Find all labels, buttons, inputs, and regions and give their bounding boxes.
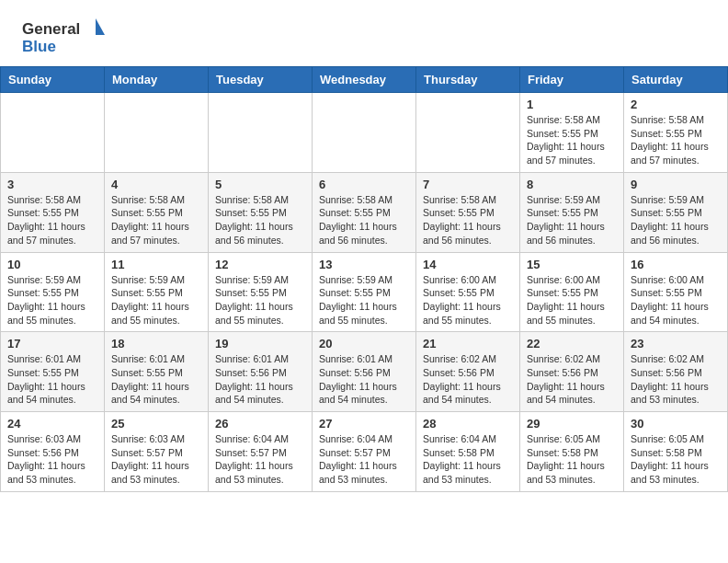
svg-text:General: General — [22, 20, 80, 38]
day-number: 10 — [7, 258, 97, 271]
day-info: Sunrise: 6:01 AMSunset: 5:56 PMDaylight:… — [215, 352, 305, 407]
calendar-week-3: 10Sunrise: 5:59 AMSunset: 5:55 PMDayligh… — [1, 252, 728, 332]
day-number: 26 — [215, 417, 305, 431]
day-number: 18 — [111, 337, 201, 350]
day-header-wednesday: Wednesday — [313, 67, 416, 93]
calendar-cell: 11Sunrise: 5:59 AMSunset: 5:55 PMDayligh… — [105, 252, 209, 332]
day-number: 14 — [423, 258, 513, 271]
day-number: 12 — [215, 258, 305, 271]
logo: General Blue — [22, 17, 105, 57]
day-number: 25 — [111, 417, 201, 431]
calendar-cell: 16Sunrise: 6:00 AMSunset: 5:55 PMDayligh… — [624, 252, 728, 332]
day-header-monday: Monday — [105, 67, 209, 93]
calendar-cell: 12Sunrise: 5:59 AMSunset: 5:55 PMDayligh… — [209, 252, 313, 332]
day-info: Sunrise: 5:59 AMSunset: 5:55 PMDaylight:… — [631, 193, 721, 247]
day-number: 3 — [7, 178, 97, 191]
day-info: Sunrise: 6:00 AMSunset: 5:55 PMDaylight:… — [527, 273, 617, 327]
calendar-cell: 7Sunrise: 5:58 AMSunset: 5:55 PMDaylight… — [416, 172, 520, 252]
day-info: Sunrise: 6:04 AMSunset: 5:57 PMDaylight:… — [319, 432, 409, 487]
calendar-cell: 29Sunrise: 6:05 AMSunset: 5:58 PMDayligh… — [520, 412, 624, 492]
calendar-cell: 10Sunrise: 5:59 AMSunset: 5:55 PMDayligh… — [1, 252, 105, 332]
day-info: Sunrise: 5:58 AMSunset: 5:55 PMDaylight:… — [215, 193, 305, 247]
day-number: 19 — [215, 337, 305, 350]
logo-icon: General Blue — [22, 17, 105, 57]
day-info: Sunrise: 6:03 AMSunset: 5:57 PMDaylight:… — [111, 432, 201, 487]
calendar-table: SundayMondayTuesdayWednesdayThursdayFrid… — [0, 66, 728, 492]
svg-marker-2 — [96, 18, 105, 35]
day-info: Sunrise: 5:59 AMSunset: 5:55 PMDaylight:… — [527, 193, 617, 247]
day-number: 5 — [215, 178, 305, 191]
day-info: Sunrise: 5:59 AMSunset: 5:55 PMDaylight:… — [215, 273, 305, 327]
day-number: 9 — [631, 178, 721, 191]
page-header: General Blue — [0, 0, 728, 66]
day-number: 7 — [423, 178, 513, 191]
calendar-cell: 4Sunrise: 5:58 AMSunset: 5:55 PMDaylight… — [105, 172, 209, 252]
day-header-thursday: Thursday — [416, 67, 520, 93]
day-info: Sunrise: 6:01 AMSunset: 5:55 PMDaylight:… — [111, 352, 201, 407]
day-header-saturday: Saturday — [624, 67, 728, 93]
calendar-week-1: 1Sunrise: 5:58 AMSunset: 5:55 PMDaylight… — [1, 93, 728, 173]
day-number: 27 — [319, 417, 409, 431]
day-info: Sunrise: 6:01 AMSunset: 5:55 PMDaylight:… — [7, 352, 97, 407]
day-number: 29 — [527, 417, 617, 431]
day-info: Sunrise: 6:01 AMSunset: 5:56 PMDaylight:… — [319, 352, 409, 407]
day-number: 23 — [631, 337, 721, 350]
calendar-cell: 5Sunrise: 5:58 AMSunset: 5:55 PMDaylight… — [209, 172, 313, 252]
calendar-cell: 15Sunrise: 6:00 AMSunset: 5:55 PMDayligh… — [520, 252, 624, 332]
calendar-cell — [313, 93, 416, 173]
calendar-cell: 6Sunrise: 5:58 AMSunset: 5:55 PMDaylight… — [313, 172, 416, 252]
calendar-week-2: 3Sunrise: 5:58 AMSunset: 5:55 PMDaylight… — [1, 172, 728, 252]
calendar-cell — [209, 93, 313, 173]
day-info: Sunrise: 6:03 AMSunset: 5:56 PMDaylight:… — [7, 432, 97, 487]
day-info: Sunrise: 5:59 AMSunset: 5:55 PMDaylight:… — [111, 273, 201, 327]
calendar-cell: 13Sunrise: 5:59 AMSunset: 5:55 PMDayligh… — [313, 252, 416, 332]
day-info: Sunrise: 5:59 AMSunset: 5:55 PMDaylight:… — [7, 273, 97, 327]
day-number: 24 — [7, 417, 97, 431]
day-number: 21 — [423, 337, 513, 350]
day-number: 30 — [631, 417, 721, 431]
day-number: 28 — [423, 417, 513, 431]
calendar-cell: 1Sunrise: 5:58 AMSunset: 5:55 PMDaylight… — [520, 93, 624, 173]
calendar-cell: 2Sunrise: 5:58 AMSunset: 5:55 PMDaylight… — [624, 93, 728, 173]
calendar-header-row: SundayMondayTuesdayWednesdayThursdayFrid… — [1, 67, 728, 93]
day-number: 6 — [319, 178, 409, 191]
day-number: 17 — [7, 337, 97, 350]
calendar-cell: 21Sunrise: 6:02 AMSunset: 5:56 PMDayligh… — [416, 332, 520, 412]
day-number: 4 — [111, 178, 201, 191]
day-number: 15 — [527, 258, 617, 271]
day-info: Sunrise: 5:58 AMSunset: 5:55 PMDaylight:… — [111, 193, 201, 247]
day-info: Sunrise: 6:00 AMSunset: 5:55 PMDaylight:… — [423, 273, 513, 327]
calendar-cell: 25Sunrise: 6:03 AMSunset: 5:57 PMDayligh… — [105, 412, 209, 492]
calendar-cell: 20Sunrise: 6:01 AMSunset: 5:56 PMDayligh… — [313, 332, 416, 412]
day-info: Sunrise: 5:58 AMSunset: 5:55 PMDaylight:… — [423, 193, 513, 247]
day-info: Sunrise: 6:05 AMSunset: 5:58 PMDaylight:… — [631, 432, 721, 487]
calendar-cell: 19Sunrise: 6:01 AMSunset: 5:56 PMDayligh… — [209, 332, 313, 412]
day-header-tuesday: Tuesday — [209, 67, 313, 93]
day-header-friday: Friday — [520, 67, 624, 93]
day-number: 11 — [111, 258, 201, 271]
svg-text:Blue: Blue — [22, 38, 56, 55]
calendar-cell: 8Sunrise: 5:59 AMSunset: 5:55 PMDaylight… — [520, 172, 624, 252]
day-number: 22 — [527, 337, 617, 350]
calendar-cell: 9Sunrise: 5:59 AMSunset: 5:55 PMDaylight… — [624, 172, 728, 252]
day-info: Sunrise: 6:04 AMSunset: 5:57 PMDaylight:… — [215, 432, 305, 487]
calendar-body: 1Sunrise: 5:58 AMSunset: 5:55 PMDaylight… — [1, 93, 728, 492]
day-number: 2 — [631, 98, 721, 111]
day-number: 1 — [527, 98, 617, 111]
calendar-week-5: 24Sunrise: 6:03 AMSunset: 5:56 PMDayligh… — [1, 412, 728, 492]
day-number: 8 — [527, 178, 617, 191]
calendar-cell: 30Sunrise: 6:05 AMSunset: 5:58 PMDayligh… — [624, 412, 728, 492]
calendar-cell — [105, 93, 209, 173]
day-number: 13 — [319, 258, 409, 271]
calendar-cell: 23Sunrise: 6:02 AMSunset: 5:56 PMDayligh… — [624, 332, 728, 412]
day-info: Sunrise: 5:59 AMSunset: 5:55 PMDaylight:… — [319, 273, 409, 327]
day-info: Sunrise: 5:58 AMSunset: 5:55 PMDaylight:… — [527, 113, 617, 167]
calendar-cell: 17Sunrise: 6:01 AMSunset: 5:55 PMDayligh… — [1, 332, 105, 412]
calendar-cell: 18Sunrise: 6:01 AMSunset: 5:55 PMDayligh… — [105, 332, 209, 412]
calendar-cell: 24Sunrise: 6:03 AMSunset: 5:56 PMDayligh… — [1, 412, 105, 492]
day-info: Sunrise: 6:02 AMSunset: 5:56 PMDaylight:… — [423, 352, 513, 407]
day-number: 20 — [319, 337, 409, 350]
calendar-cell — [1, 93, 105, 173]
day-info: Sunrise: 5:58 AMSunset: 5:55 PMDaylight:… — [7, 193, 97, 247]
day-info: Sunrise: 6:00 AMSunset: 5:55 PMDaylight:… — [631, 273, 721, 327]
